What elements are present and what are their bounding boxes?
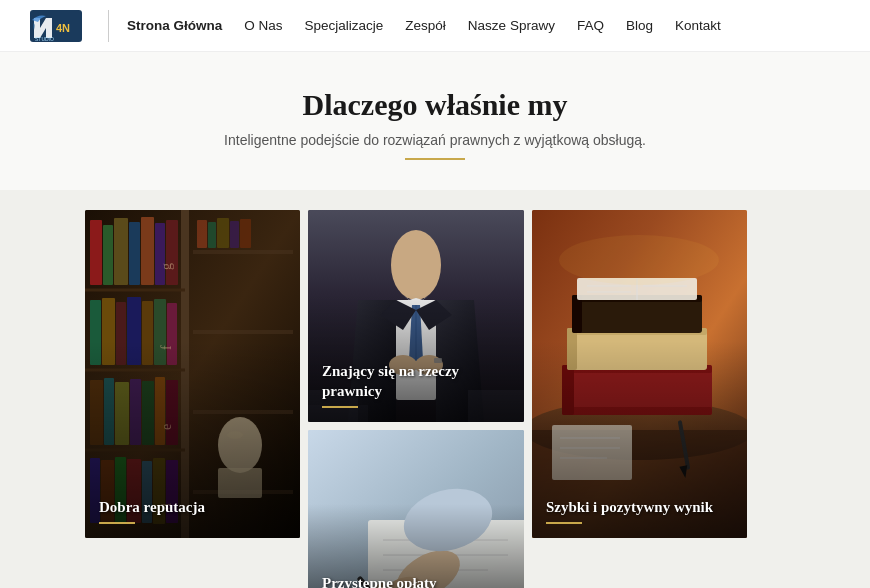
hero-subtitle: Inteligentne podejście do rozwiązań praw… bbox=[20, 132, 850, 148]
logo-divider bbox=[108, 10, 109, 42]
svg-text:STUDIO: STUDIO bbox=[35, 36, 54, 42]
svg-rect-31 bbox=[166, 220, 178, 285]
logo-icon: 4N STUDIO bbox=[30, 10, 82, 42]
card-fees[interactable]: Przystępne opłaty bbox=[308, 430, 524, 588]
svg-rect-26 bbox=[103, 225, 113, 285]
svg-rect-27 bbox=[114, 218, 128, 285]
nav-nasze-sprawy[interactable]: Nasze Sprawy bbox=[468, 18, 555, 33]
card-lawyers-label: Znający się na rzeczy prawnicy bbox=[308, 352, 524, 422]
main-nav: Strona Główna O Nas Specjalizacje Zespół… bbox=[127, 18, 721, 33]
nav-blog[interactable]: Blog bbox=[626, 18, 653, 33]
svg-rect-57 bbox=[197, 220, 207, 248]
svg-text:g: g bbox=[159, 263, 174, 270]
svg-rect-59 bbox=[217, 218, 229, 248]
card-results-label: Szybki i pozytywny wynik bbox=[532, 488, 747, 539]
hero-title: Dlaczego właśnie my bbox=[20, 88, 850, 122]
card-label-underline bbox=[322, 406, 358, 408]
card-results[interactable]: Szybki i pozytywny wynik bbox=[532, 210, 747, 538]
svg-rect-29 bbox=[141, 217, 154, 285]
svg-rect-28 bbox=[129, 222, 140, 285]
svg-rect-54 bbox=[193, 330, 293, 334]
card-reputation[interactable]: f e d g Dobra reputacja bbox=[85, 210, 300, 538]
svg-point-106 bbox=[559, 235, 719, 285]
svg-rect-30 bbox=[155, 223, 165, 285]
cards-section: Znający się na rzeczy prawnicy bbox=[0, 190, 870, 588]
nav-faq[interactable]: FAQ bbox=[577, 18, 604, 33]
hero-section: Dlaczego właśnie my Inteligentne podejśc… bbox=[0, 52, 870, 190]
cards-grid: Znający się na rzeczy prawnicy bbox=[85, 210, 785, 588]
svg-rect-60 bbox=[230, 221, 239, 248]
card-label-underline-4 bbox=[546, 522, 582, 524]
card-label-underline-2 bbox=[99, 522, 135, 524]
nav-o-nas[interactable]: O Nas bbox=[244, 18, 282, 33]
svg-rect-61 bbox=[240, 219, 251, 248]
site-header: 4N STUDIO Strona Główna O Nas Specjaliza… bbox=[0, 0, 870, 52]
svg-text:4N: 4N bbox=[56, 22, 70, 34]
nav-kontakt[interactable]: Kontakt bbox=[675, 18, 721, 33]
nav-strona-glowna[interactable]: Strona Główna bbox=[127, 18, 222, 33]
card-fees-label: Przystępne opłaty bbox=[308, 564, 524, 589]
svg-rect-25 bbox=[90, 220, 102, 285]
logo-area[interactable]: 4N STUDIO bbox=[30, 10, 127, 42]
hero-underline bbox=[405, 158, 465, 160]
nav-specjalizacje[interactable]: Specjalizacje bbox=[305, 18, 384, 33]
svg-rect-53 bbox=[193, 250, 293, 254]
svg-rect-94 bbox=[572, 295, 582, 333]
svg-point-12 bbox=[391, 230, 441, 300]
nav-zespol[interactable]: Zespół bbox=[405, 18, 446, 33]
card-reputation-label: Dobra reputacja bbox=[85, 488, 300, 539]
svg-rect-58 bbox=[208, 222, 216, 248]
card-lawyers[interactable]: Znający się na rzeczy prawnicy bbox=[308, 210, 524, 422]
